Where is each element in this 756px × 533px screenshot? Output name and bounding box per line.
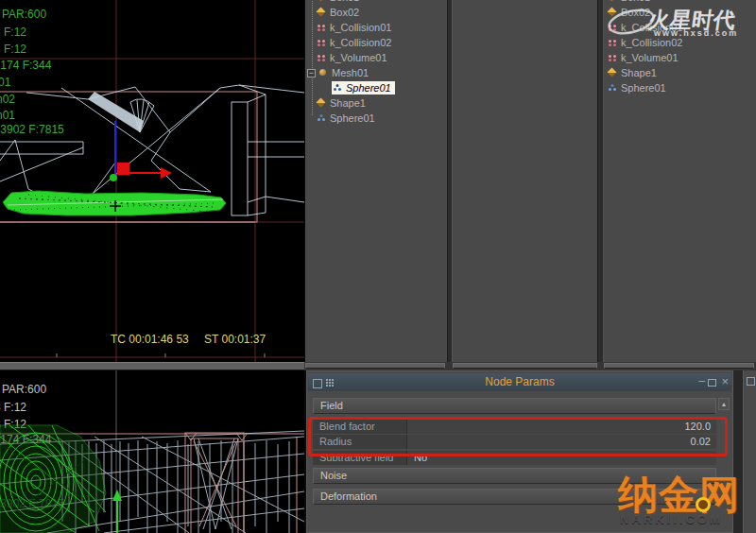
viewport-stat-selection: :3902 F:7815 (0, 123, 64, 136)
tree-item[interactable]: k_Collision02 (305, 35, 447, 50)
tree-item-selected[interactable]: Sphere01 (305, 80, 447, 95)
green-mesh (0, 425, 106, 533)
selected-sword-mesh (3, 191, 226, 215)
edge-label: n01 (0, 109, 15, 122)
param-label: Subtractive field (313, 451, 407, 465)
panel-menu-icon[interactable] (313, 379, 322, 388)
box-icon (317, 0, 326, 2)
edge-label: 01 (0, 76, 10, 89)
sphere-icon (317, 113, 326, 123)
scroll-up-arrow[interactable]: ▲ (718, 398, 730, 410)
viewport-camera[interactable]: PAR:600 3 F:12 3 F:12 :174 F:344 :3902 F… (0, 370, 304, 533)
param-label: Blend factor (313, 420, 407, 434)
empty-panel[interactable] (453, 0, 597, 362)
param-value[interactable]: 120.0 (407, 420, 716, 434)
sphere-icon (608, 83, 617, 93)
scene-explorer-left[interactable]: Box01 Box02 k_Collision01 k_Collision02 … (305, 0, 447, 362)
column-splitter[interactable] (597, 0, 604, 362)
param-row-radius: Radius 0.02 (313, 435, 716, 449)
tree-item[interactable]: k_Collision01 (305, 20, 447, 35)
panel-title-bar[interactable]: Node Params – × (308, 373, 731, 391)
narkii-url-text: NARKII.COM (620, 512, 723, 526)
tree-item[interactable]: Shape1 (604, 65, 756, 80)
box-icon (608, 68, 617, 77)
wireframe-canvas-bottom (0, 370, 304, 533)
state-time: ST 00:01:37 (204, 333, 266, 346)
viewport-splitter[interactable] (0, 362, 304, 370)
tree-item[interactable]: k_Volume01 (305, 50, 447, 65)
hxsd-url-text: www.hxsd.com (654, 28, 738, 38)
viewport-stat-f1: 3 F:12 (0, 26, 26, 39)
sphere-icon (333, 83, 342, 93)
mesh-icon (318, 68, 328, 77)
close-button[interactable]: × (721, 373, 729, 390)
hxsd-watermark: 火星时代 www.hxsd.com (607, 6, 756, 42)
wireframe-canvas-top (0, 0, 304, 362)
collision-icon (317, 53, 326, 62)
edge-label: n02 (0, 93, 15, 106)
box-icon (317, 8, 326, 17)
restore-button[interactable] (708, 379, 716, 387)
timecode: TC 00:01:46 53 (111, 333, 189, 346)
narkii-ring-icon (696, 497, 711, 512)
collision-icon (317, 38, 326, 47)
box-icon (317, 98, 326, 108)
minimize-button[interactable]: – (698, 373, 705, 389)
narkii-watermark: 纳金网 NARKII.COM (616, 469, 756, 531)
collision-icon (608, 53, 617, 62)
param-row-subtractive-field: Subtractive field No (313, 451, 716, 465)
tree-item[interactable]: Box02 (305, 5, 447, 20)
panel-bottom-frame (304, 362, 756, 370)
tree-item[interactable]: Shape1 (305, 95, 447, 111)
collapse-toggle-icon[interactable]: − (307, 69, 316, 77)
tree-item-expanded[interactable]: −Mesh01 (305, 65, 447, 80)
tree-item[interactable]: k_Volume01 (604, 50, 756, 65)
param-value[interactable]: No (407, 451, 716, 465)
scene-explorer-right[interactable]: Box01 Box02 k_Collision01 k_Collision02 … (604, 0, 756, 362)
param-label: Radius (313, 435, 407, 449)
param-row-blend-factor: Blend factor 120.0 (313, 420, 716, 434)
panel-menu-icon[interactable] (747, 377, 755, 386)
tree-item[interactable]: Sphere01 (305, 111, 447, 126)
panel-title: Node Params (485, 375, 554, 388)
viewport-perspective[interactable]: PAR:600 3 F:12 3 F:12 :174 F:344 01 n02 … (0, 0, 304, 362)
grid-dots-icon[interactable] (326, 379, 328, 381)
tree-item[interactable]: Sphere01 (604, 80, 756, 95)
viewport-stat-f2: 3 F:12 (0, 43, 26, 56)
viewport-stat-f3: :174 F:344 (0, 59, 51, 72)
viewport-stat-par: PAR:600 (2, 8, 46, 21)
collision-icon (317, 23, 326, 32)
param-value[interactable]: 0.02 (407, 435, 716, 449)
section-field[interactable]: Field (313, 398, 716, 414)
box-icon (608, 0, 617, 2)
